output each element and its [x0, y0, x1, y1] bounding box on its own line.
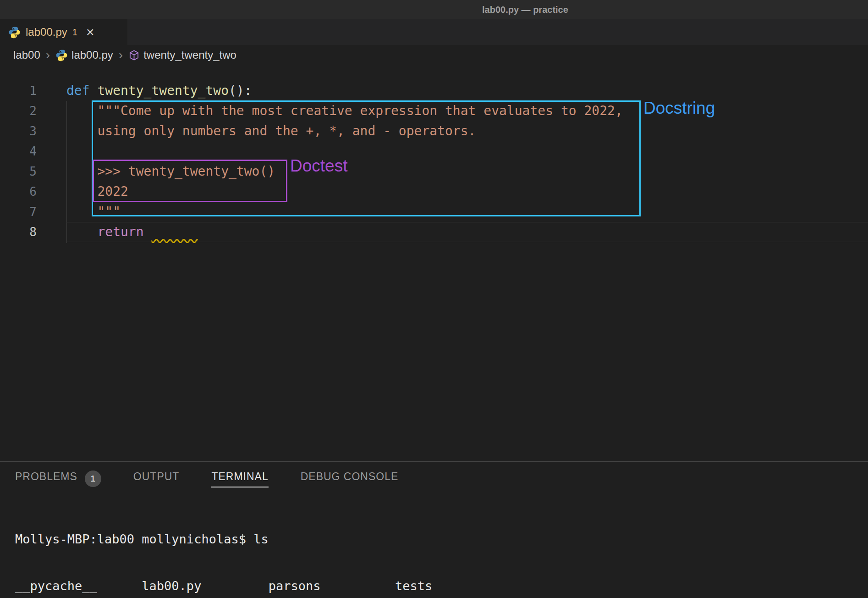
line-number: 2: [0, 101, 50, 121]
terminal-line: Mollys-MBP:lab00 mollynicholas$ ls: [15, 532, 868, 547]
panel-tab-terminal-label: TERMINAL: [211, 471, 268, 487]
breadcrumb-file-label: lab00.py: [71, 49, 113, 61]
title-bar: lab00.py — practice: [0, 0, 868, 19]
bottom-panel: PROBLEMS 1 OUTPUT TERMINAL DEBUG CONSOLE…: [0, 461, 868, 598]
panel-tab-output[interactable]: OUTPUT: [133, 471, 180, 487]
breadcrumb-item-file[interactable]: lab00.py: [55, 49, 113, 61]
punctuation: ():: [229, 83, 252, 98]
python-icon: [8, 26, 21, 39]
panel-tab-bar: PROBLEMS 1 OUTPUT TERMINAL DEBUG CONSOLE: [0, 462, 868, 496]
breadcrumb: lab00 › lab00.py › twenty_twenty_two: [0, 45, 868, 65]
panel-tab-debug-console-label: DEBUG CONSOLE: [301, 471, 399, 487]
doctest-annotation-box: [93, 160, 287, 202]
panel-tab-output-label: OUTPUT: [133, 471, 180, 487]
line-number: 8: [0, 222, 50, 242]
panel-tab-terminal[interactable]: TERMINAL: [211, 471, 268, 487]
chevron-right-icon: ›: [118, 49, 124, 61]
panel-tab-debug-console[interactable]: DEBUG CONSOLE: [301, 471, 399, 487]
breadcrumb-folder-label: lab00: [13, 49, 40, 61]
code-content: def twenty_twenty_two():: [50, 81, 252, 101]
chevron-right-icon: ›: [45, 49, 51, 61]
tab-badge: 1: [72, 27, 77, 38]
keyword-def: def: [66, 83, 97, 98]
breadcrumb-item-folder[interactable]: lab00: [13, 49, 40, 61]
line-number: 4: [0, 141, 50, 161]
tab-label: lab00.py: [26, 26, 67, 39]
window-title: lab00.py — practice: [482, 0, 568, 19]
vscode-window: lab00.py — practice lab00.py 1 × lab00 ›…: [0, 0, 868, 598]
editor-tab-lab00[interactable]: lab00.py 1 ×: [0, 19, 127, 45]
line-number: 1: [0, 81, 50, 101]
code-content: [50, 141, 66, 161]
line-number: 5: [0, 161, 50, 182]
problems-count-badge: 1: [85, 471, 101, 487]
symbol-cube-icon: [128, 50, 140, 61]
line-number: 6: [0, 182, 50, 202]
terminal[interactable]: Mollys-MBP:lab00 mollynicholas$ ls __pyc…: [15, 500, 868, 598]
panel-tab-problems[interactable]: PROBLEMS 1: [15, 471, 101, 487]
line-number: 3: [0, 121, 50, 141]
code-line[interactable]: 1 def twenty_twenty_two():: [0, 81, 868, 101]
tab-close-icon[interactable]: ×: [86, 25, 94, 39]
breadcrumb-item-symbol[interactable]: twenty_twenty_two: [128, 49, 236, 61]
docstring-annotation-label: Docstring: [643, 98, 715, 118]
editor-tab-bar: lab00.py 1 ×: [0, 19, 868, 45]
doctest-annotation-label: Doctest: [290, 156, 347, 176]
current-line-highlight: [66, 222, 868, 242]
code-editor[interactable]: 1 def twenty_twenty_two(): 2 """Come up …: [0, 65, 868, 461]
terminal-line: __pycache__ lab00.py parsons tests: [15, 578, 868, 594]
panel-tab-problems-label: PROBLEMS: [15, 471, 77, 487]
python-icon: [55, 49, 68, 61]
function-name: twenty_twenty_two: [97, 83, 229, 98]
breadcrumb-symbol-label: twenty_twenty_two: [143, 49, 236, 61]
line-number: 7: [0, 202, 50, 222]
